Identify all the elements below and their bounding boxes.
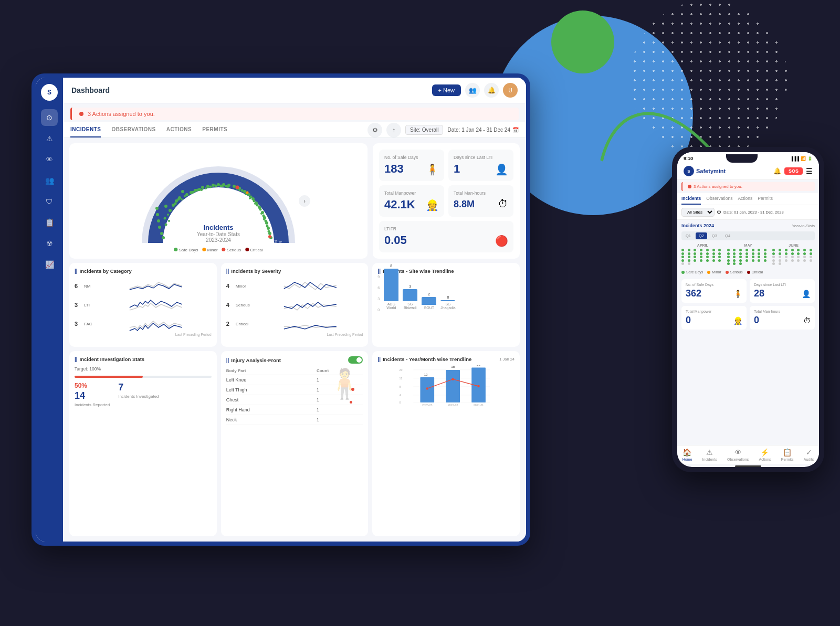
site-selector[interactable]: Site: Overall — [405, 125, 443, 135]
svg-text:20: 20 — [400, 368, 403, 372]
phone-tab-permits[interactable]: Permits — [758, 193, 773, 205]
phone-month-june-label: JUNE — [772, 243, 815, 247]
phone-nav-audits[interactable]: ✓ Audits — [804, 448, 814, 461]
sidebar-item-analytics[interactable]: 📈 — [41, 256, 58, 273]
legend-safe-label: Safe Days — [686, 270, 703, 274]
home-icon: 🏠 — [682, 448, 691, 457]
phone-tab-incidents[interactable]: Incidents — [681, 193, 701, 205]
inv-progress-bg — [75, 376, 212, 378]
observations-nav-icon: 👁 — [734, 448, 742, 457]
tab-incidents[interactable]: INCIDENTS — [70, 122, 101, 137]
svg-point-109 — [478, 385, 480, 387]
sidebar-item-hazard[interactable]: ☢ — [41, 235, 58, 252]
phone-manhours-value: 0 — [754, 315, 759, 326]
stat-safe-days-label: No. of Safe Days — [384, 155, 439, 160]
phone-june-grid — [772, 249, 815, 265]
user-avatar[interactable]: U — [503, 83, 518, 98]
incidents-chart-title: Incidents — [197, 224, 240, 231]
chart-nav-arrow[interactable]: › — [299, 195, 310, 207]
tab-permits[interactable]: PERMITS — [202, 122, 227, 137]
phone-month-april-label: APRIL — [681, 243, 724, 247]
stat-ltifr-value: 0.05 — [384, 234, 407, 247]
dashboard-body: APR MAY JUN JUL AUG SEP OCT NOV DEC JA — [63, 138, 526, 542]
chart-center-text: Incidents Year-to-Date Stats 2023-2024 — [197, 224, 240, 243]
bell-icon-btn[interactable]: 🔔 — [484, 83, 499, 98]
injury-part-4: Neck — [226, 415, 317, 425]
injury-col-part: Body Part — [226, 367, 317, 375]
severity-row-critical: 2 Critical — [226, 316, 363, 332]
injury-toggle[interactable] — [348, 356, 363, 364]
tab-observations[interactable]: OBSERVATIONS — [111, 122, 155, 137]
sidebar-item-safety[interactable]: 🛡 — [41, 193, 58, 210]
sos-button[interactable]: SOS — [784, 167, 803, 175]
injury-part-3: Right Hand — [226, 405, 317, 415]
cat-lti-value: 3 — [75, 302, 81, 308]
bar-adg-body — [384, 269, 398, 301]
phone-q2[interactable]: Q2 — [696, 232, 707, 239]
phone-site-select[interactable]: All Sites — [681, 208, 715, 217]
phone-menu-icon[interactable]: ☰ — [806, 167, 813, 175]
cat-fac-value: 3 — [75, 321, 81, 327]
svg-point-58 — [215, 185, 217, 187]
phone-nav-actions[interactable]: ⚡ Actions — [759, 448, 771, 461]
new-button[interactable]: + New — [432, 84, 461, 96]
stats-panel: No. of Safe Days 183 🧍 Days since Last L… — [373, 143, 520, 259]
inv-percent: 50% — [75, 382, 110, 389]
legend-critical: Critical — [245, 248, 263, 252]
sev-minor-label: Minor — [236, 284, 254, 289]
svg-point-73 — [181, 198, 183, 200]
phone-frame: 9:10 ▐▐▐ 📶 🔋 S Safetymint 🔔 SOS ☰ 3 Act — [672, 147, 824, 472]
dot — [700, 252, 702, 255]
settings-icon[interactable]: ⚙ — [368, 123, 382, 137]
signal-icon: ▐▐▐ — [790, 156, 799, 161]
dot — [733, 259, 736, 262]
inv-investigated-label: Incidents Investigated — [118, 394, 159, 399]
sidebar-item-incidents[interactable]: ⚠ — [41, 130, 58, 147]
share-icon[interactable]: ↑ — [386, 123, 401, 137]
inv-stat-reported: 50% 14 Incidents Reported — [75, 382, 110, 407]
phone-nav-observations[interactable]: 👁 Observations — [727, 448, 749, 461]
users-icon-btn[interactable]: 👥 — [465, 83, 480, 98]
svg-point-53 — [174, 203, 177, 205]
dot — [718, 252, 721, 255]
category-chart-area: 6 NM 3 LTI — [75, 278, 212, 331]
phone-alert-dot — [688, 185, 691, 188]
phone-stat-manhours: Total Man-hours 0 ⏱ — [750, 306, 815, 330]
phone-logo-icon: S — [684, 166, 694, 176]
injury-analysis-card: Injury Analysis-Front Body Part Count — [221, 351, 369, 536]
cat-nm-value: 6 — [75, 283, 81, 289]
phone-tab-actions[interactable]: Actions — [738, 193, 752, 205]
svg-point-72 — [167, 214, 169, 216]
phone-nav-home[interactable]: 🏠 Home — [682, 448, 692, 461]
phone-nav-incidents[interactable]: ⚠ Incidents — [702, 448, 717, 461]
toggle-knob — [356, 357, 362, 363]
category-footnote: Last Preceding Period — [75, 333, 212, 336]
legend-minor-item: Minor — [707, 270, 721, 274]
phone-tab-observations[interactable]: Observations — [706, 193, 732, 205]
phone-q1[interactable]: Q1 — [682, 232, 694, 239]
cat-nm-chart — [100, 278, 212, 294]
phone-nav-incidents-label: Incidents — [702, 458, 717, 461]
svg-text:MAR: MAR — [279, 241, 283, 250]
audits-nav-icon: ✓ — [806, 448, 812, 457]
legend-minor-label: Minor — [712, 270, 721, 274]
dot — [752, 259, 754, 262]
phone-app-header: S Safetymint 🔔 SOS ☰ — [677, 163, 819, 180]
sidebar-item-reports[interactable]: 📋 — [41, 214, 58, 231]
sidebar-item-people[interactable]: 👥 — [41, 172, 58, 189]
dot — [785, 249, 788, 251]
phone-section-header: Incidents 2024 Year-to-Stats — [681, 223, 815, 228]
phone-q3[interactable]: Q3 — [709, 232, 720, 239]
tab-actions[interactable]: ACTIONS — [166, 122, 192, 137]
laptop-frame: S ⊙ ⚠ 👁 👥 🛡 📋 ☢ 📈 Dashboard + New 👥 🔔 U — [32, 73, 530, 546]
phone-nav-permits[interactable]: 📋 Permits — [781, 448, 794, 461]
phone-q4[interactable]: Q4 — [722, 232, 733, 239]
phone-gear-icon[interactable]: ⚙ — [717, 209, 721, 215]
injury-part-1: Left Thigh — [226, 385, 317, 395]
sidebar-item-observations[interactable]: 👁 — [41, 151, 58, 168]
phone-bell-icon[interactable]: 🔔 — [773, 167, 781, 175]
dot — [718, 259, 721, 262]
sidebar-item-dashboard[interactable]: ⊙ — [41, 109, 58, 126]
date-selector[interactable]: Date: 1 Jan 24 - 31 Dec 24 📅 — [447, 127, 519, 133]
severity-footnote: Last Preceding Period — [226, 333, 363, 336]
